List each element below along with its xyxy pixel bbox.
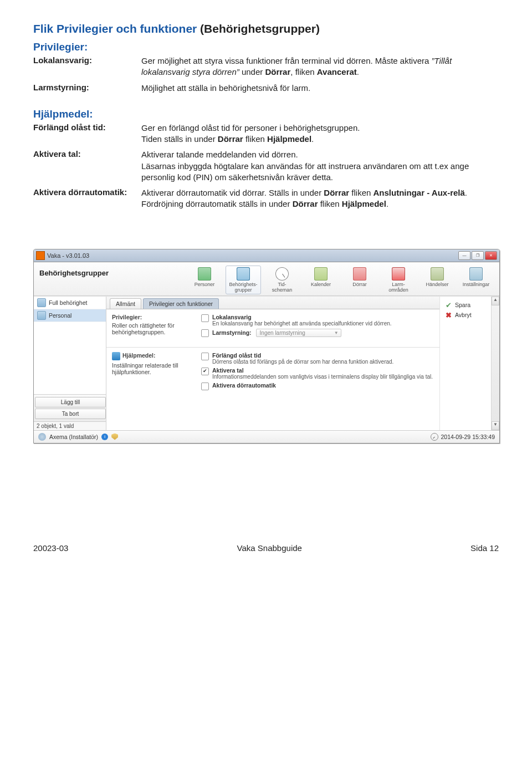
hjalpmedel-subheading: Hjälpmedel: [33,108,499,120]
shield-icon[interactable] [111,434,118,440]
page-heading: Flik Privilegier och funktioner (Behörig… [33,22,499,35]
panel-privilegier: Privilegier: Roller och rättigheter för … [106,309,439,344]
forlangd-body: Ger en förlängd olåst tid för personer i… [141,123,499,145]
alarm-icon [392,267,405,281]
id-card-icon [237,267,250,281]
sidebar-item-0[interactable]: Full behörighet [34,297,106,309]
panel-hjalpmedel: Hjälpmedel: Inställningar relaterade til… [106,347,439,397]
checkbox-icon[interactable] [201,368,209,375]
nav-item-kalender[interactable]: Kalender [303,266,339,294]
people-icon [198,267,211,281]
page-footer: 20023-03 Vaka Snabbguide Sida 12 [33,543,499,553]
checkbox-forlangd[interactable]: Förlängd olåst tid Dörrens olåsta tid fö… [201,352,434,365]
footer-right: Sida 12 [470,543,499,553]
remove-button[interactable]: Ta bort [35,409,106,419]
avatar-icon [38,433,46,441]
maximize-button[interactable]: ❐ [472,251,484,260]
close-button[interactable]: ✕ [485,251,497,260]
add-button[interactable]: Lägg till [35,397,106,407]
nav-item-personer[interactable]: Personer [187,266,222,294]
forlangd-label: Förlängd olåst tid: [33,123,141,145]
scroll-down-icon[interactable]: ▼ [492,421,499,430]
panel-priv-desc: Roller och rättigheter för behörighetsgr… [112,322,192,335]
footer-center: Vaka Snabbguide [237,543,302,553]
titlebar[interactable]: Vaka - v3.01.03 — ❐ ✕ [34,249,499,262]
aktivera-dorr-body: Aktiverar dörrautomatik vid dörrar. Stäl… [141,187,499,210]
nav-item-dorrar[interactable]: Dörrar [342,266,377,294]
checkbox-lokalansvarig[interactable]: Lokalansvarig En lokalansvarig har behör… [201,314,434,327]
panel-hjalp-desc: Inställningar relaterade till hjälpfunkt… [112,362,192,375]
x-icon: ✖ [446,312,452,318]
nav-item-tidscheman[interactable]: Tid- scheman [264,266,300,294]
larmstyrning-dropdown[interactable]: Ingen larmstyrning [256,329,341,337]
app-window: Vaka - v3.01.03 — ❐ ✕ Behörighetsgrupper… [33,249,500,443]
app-icon [36,251,45,260]
larm-body: Möjlighet att ställa in behörighetsnivå … [141,83,499,94]
aktivera-dorr-label: Aktivera dörrautomatik: [33,187,141,210]
checkbox-dorrautomatik[interactable]: Aktivera dörrautomatik [201,382,434,390]
window-title: Vaka - v3.01.03 [47,252,89,259]
checkbox-icon[interactable] [201,329,209,337]
larm-label: Larmstyrning: [33,83,141,94]
nav-item-behorighetsgrupper[interactable]: Behörighets- grupper [226,266,261,294]
clock-icon [431,433,438,441]
aktivera-tal-body: Aktiverar talande meddelanden vid dörren… [141,149,499,183]
actions-panel: ✔ Spara ✖ Avbryt [439,297,491,430]
minimize-button[interactable]: — [458,251,470,260]
nav-item-handelser[interactable]: Händelser [420,266,455,294]
sidebar-status: 2 objekt, 1 vald [34,421,106,430]
privilegier-subheading: Privilegier: [33,41,499,53]
status-user: Axema (Installatör) [49,434,98,440]
tab-allmant[interactable]: Allmänt [110,298,141,309]
sidebar: Full behörighet Personal Lägg till Ta bo… [34,297,106,430]
def-aktivera-dorr: Aktivera dörrautomatik: Aktiverar dörrau… [33,187,499,210]
checkbox-icon[interactable] [201,353,209,360]
row-larmstyrning: Larmstyrning: Ingen larmstyrning [201,329,434,337]
footer-left: 20023-03 [33,543,68,553]
check-icon: ✔ [446,302,452,308]
heading-part-b: (Behörighetsgrupper) [197,22,320,35]
group-icon [37,298,46,307]
status-time: 2014-09-29 15:33:49 [441,434,495,440]
calendar-icon [314,267,328,281]
def-forlangd: Förlängd olåst tid: Ger en förlängd olås… [33,123,499,145]
checkbox-aktivera-tal[interactable]: Aktivera tal Informationsmeddelanden som… [201,367,434,380]
panel-priv-head: Privilegier: [112,314,192,320]
heading-part-a: Flik Privilegier och funktioner [33,22,197,35]
checkbox-icon[interactable] [201,314,209,322]
panel-hjalp-head: Hjälpmedel: [112,352,192,360]
clock-icon [275,267,289,281]
tabs: Allmänt Privilegier och funktioner [106,297,439,309]
sliders-icon [469,267,483,281]
page-title: Behörighetsgrupper [39,266,109,277]
lokal-body: Ger möjlighet att styra vissa funktioner… [141,55,499,78]
scrollbar[interactable]: ▲ ▼ [491,297,499,430]
lokal-label: Lokalansvarig: [33,55,141,78]
scroll-up-icon[interactable]: ▲ [492,297,499,305]
accessibility-icon [112,352,120,360]
def-aktivera-tal: Aktivera tal: Aktiverar talande meddelan… [33,149,499,183]
events-icon [431,267,444,281]
def-lokalansvarig: Lokalansvarig: Ger möjlighet att styra v… [33,55,499,78]
nav-item-larmomraden[interactable]: Larm- områden [381,266,416,294]
save-button[interactable]: ✔ Spara [443,300,488,310]
aktivera-tal-label: Aktivera tal: [33,149,141,183]
top-toolbar: Behörighetsgrupper Personer Behörighets-… [34,262,499,296]
info-icon[interactable]: i [101,434,108,440]
door-icon [353,267,366,281]
nav-item-installningar[interactable]: Inställningar [458,266,494,294]
statusbar: Axema (Installatör) i 2014-09-29 15:33:4… [34,430,499,443]
def-larmstyrning: Larmstyrning: Möjlighet att ställa in be… [33,83,499,94]
group-icon [37,311,46,320]
cancel-button[interactable]: ✖ Avbryt [443,310,488,320]
checkbox-icon[interactable] [201,383,209,390]
sidebar-item-1[interactable]: Personal [34,309,106,322]
tab-privilegier[interactable]: Privilegier och funktioner [143,298,219,309]
